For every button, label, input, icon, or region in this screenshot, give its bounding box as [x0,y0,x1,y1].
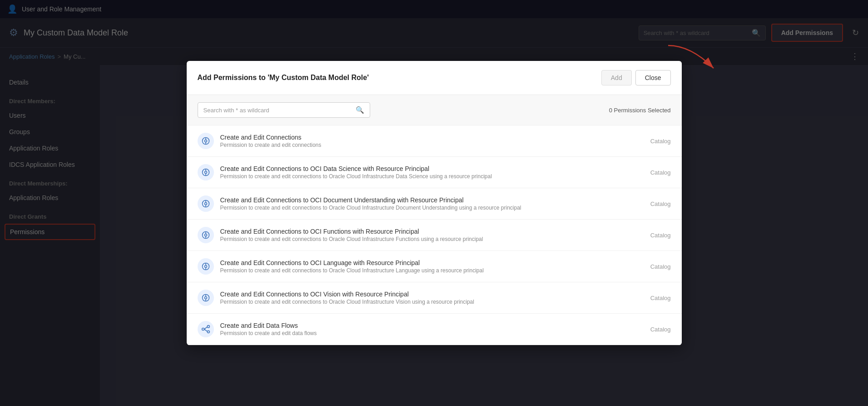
modal-title: Add Permissions to 'My Custom Data Model… [198,74,601,82]
permission-name: Create and Edit Connections to OCI Docum… [220,196,643,204]
list-item[interactable]: Create and Edit Connections to OCI Visio… [187,282,682,314]
permission-category: Catalog [650,295,671,301]
permission-icon [198,290,214,306]
permission-info: Create and Edit Connections to OCI Visio… [220,291,643,305]
permission-icon [198,164,214,180]
list-item[interactable]: Create and Edit Connections to OCI Docum… [187,188,682,220]
permission-category: Catalog [650,263,671,270]
permission-name: Create and Edit Connections to OCI Langu… [220,259,643,266]
permission-name: Create and Edit Data Flows [220,322,643,329]
svg-point-22 [204,297,207,299]
svg-point-18 [204,266,207,268]
permission-name: Create and Edit Connections [220,134,643,141]
permission-category: Catalog [650,200,671,207]
permission-name: Create and Edit Connections to OCI Data … [220,165,643,172]
modal-search-bar: 🔍 0 Permissions Selected [187,95,682,125]
permission-name: Create and Edit Connections to OCI Visio… [220,291,643,298]
permission-icon [198,195,214,212]
modal-dialog: Add Permissions to 'My Custom Data Model… [187,61,682,345]
permission-desc: Permission to create and edit connection… [220,299,643,305]
modal-header: Add Permissions to 'My Custom Data Model… [187,61,682,95]
svg-line-29 [204,329,207,331]
svg-point-26 [207,326,209,328]
permission-category: Catalog [650,169,671,176]
permission-category: Catalog [650,326,671,333]
modal-search-icon[interactable]: 🔍 [356,106,364,114]
list-item[interactable]: Create and Edit Connections to OCI Langu… [187,251,682,282]
permission-info: Create and Edit Connections to OCI Data … [220,165,643,180]
modal-close-button[interactable]: Close [635,70,671,85]
permission-desc: Permission to create and edit connection… [220,173,643,180]
list-item[interactable]: Create and Edit Connections to OCI Funct… [187,220,682,251]
modal-search-input[interactable] [203,107,356,114]
permission-desc: Permission to create and edit data flows [220,330,643,336]
permission-name: Create and Edit Connections to OCI Funct… [220,228,643,235]
svg-point-14 [204,234,207,236]
svg-point-10 [204,203,207,205]
permission-category: Catalog [650,138,671,145]
permission-icon [198,258,214,275]
permission-icon [198,227,214,243]
svg-point-25 [202,328,204,331]
permission-category: Catalog [650,232,671,239]
permission-info: Create and Edit Connections Permission t… [220,134,643,148]
permissions-selected-count: 0 Permissions Selected [609,107,671,114]
svg-point-27 [207,331,209,333]
permission-info: Create and Edit Connections to OCI Langu… [220,259,643,274]
list-item[interactable]: Create and Edit Data Flows Permission to… [187,314,682,345]
permission-icon [198,133,214,149]
permission-desc: Permission to create and edit connection… [220,236,643,242]
permission-desc: Permission to create and edit connection… [220,142,643,148]
list-item[interactable]: Create and Edit Connections to OCI Data … [187,157,682,188]
permissions-list: Create and Edit Connections Permission t… [187,125,682,345]
modal-search-wrap[interactable]: 🔍 [198,102,370,118]
svg-point-2 [204,140,207,142]
list-item[interactable]: Create and Edit Connections Permission t… [187,125,682,157]
modal-add-button[interactable]: Add [601,70,632,85]
permission-desc: Permission to create and edit connection… [220,267,643,274]
modal-overlay: Add Permissions to 'My Custom Data Model… [0,0,868,406]
permission-icon [198,321,214,337]
svg-point-6 [204,171,207,174]
permission-desc: Permission to create and edit connection… [220,205,643,211]
permission-info: Create and Edit Data Flows Permission to… [220,322,643,336]
svg-line-28 [204,327,207,329]
permission-info: Create and Edit Connections to OCI Docum… [220,196,643,211]
permission-info: Create and Edit Connections to OCI Funct… [220,228,643,242]
